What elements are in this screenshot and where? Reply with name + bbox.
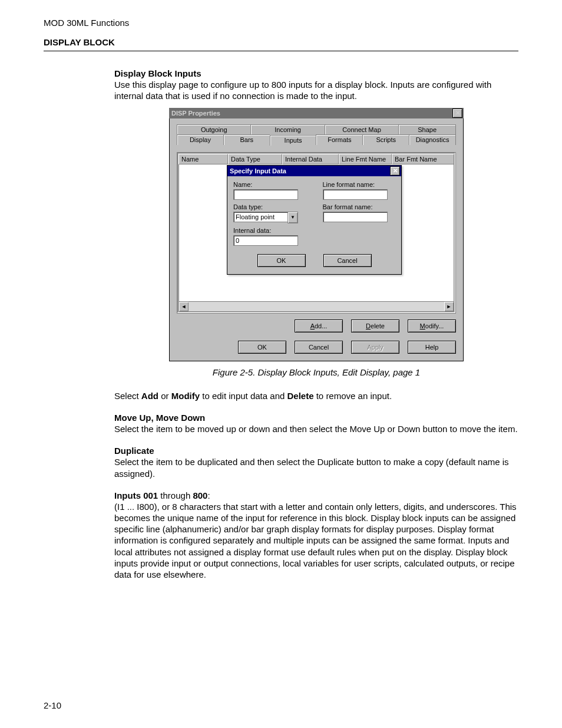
- after-fig-b3: Delete: [287, 391, 314, 401]
- apply-button[interactable]: Apply: [351, 341, 399, 354]
- modal-ok-button[interactable]: OK: [257, 254, 306, 267]
- close-icon[interactable]: ✕: [452, 108, 462, 118]
- label-bar-fmt: Bar format name:: [323, 203, 396, 210]
- after-fig-mid2: to edit input data and: [200, 391, 287, 401]
- intro-text: Use this display page to configure up to…: [114, 80, 491, 101]
- modify-button[interactable]: Modify...: [408, 319, 456, 332]
- horizontal-scrollbar[interactable]: ◄ ►: [178, 302, 454, 312]
- dup-text: Select the item to be duplicated and the…: [114, 457, 509, 478]
- after-fig-mid1: or: [158, 391, 171, 401]
- divider: [44, 51, 518, 51]
- modal-close-icon[interactable]: ✕: [390, 166, 400, 176]
- inputs-note-mid: through: [158, 490, 193, 500]
- moveud-text: Select the item to be moved up or down a…: [114, 424, 518, 434]
- bar-fmt-input[interactable]: [323, 212, 388, 222]
- col-internal-data[interactable]: Internal Data: [282, 154, 339, 164]
- inputs-note-text: (I1 ... I800), or 8 characters that star…: [114, 502, 517, 579]
- section-title: DISPLAY BLOCK: [44, 37, 518, 47]
- tab-bars[interactable]: Bars: [223, 134, 270, 145]
- moveud-heading: Move Up, Move Down: [114, 413, 205, 423]
- modal-cancel-button[interactable]: Cancel: [323, 254, 372, 267]
- label-internal: Internal data:: [233, 227, 306, 234]
- scroll-right-icon[interactable]: ►: [444, 302, 454, 311]
- inputs-note-b2: 800: [193, 490, 207, 500]
- modal-title: Specify Input Data: [230, 167, 286, 174]
- tab-scripts[interactable]: Scripts: [362, 134, 409, 145]
- after-fig-post: to remove an input.: [314, 391, 392, 401]
- tab-formats[interactable]: Formats: [316, 134, 362, 145]
- figure-caption: Figure 2-5. Display Block Inputs, Edit D…: [114, 367, 518, 377]
- inputs-table: Name Data Type Internal Data Line Fmt Na…: [177, 152, 456, 314]
- inputs-note-colon: :: [207, 490, 210, 500]
- dialog-titlebar[interactable]: DISP Properties ✕: [169, 108, 464, 118]
- specify-input-data-dialog: Specify Input Data ✕ Name:: [227, 165, 402, 275]
- tabs-front-row: Display Bars Inputs Formats Scripts Diag…: [177, 134, 456, 145]
- intro-heading: Display Block Inputs: [114, 68, 201, 78]
- tab-display[interactable]: Display: [177, 134, 223, 145]
- label-data-type: Data type:: [233, 203, 306, 210]
- scroll-left-icon[interactable]: ◄: [179, 302, 189, 311]
- ok-button[interactable]: OK: [238, 341, 286, 354]
- disp-properties-dialog: DISP Properties ✕ Outgoing Incoming Conn…: [169, 108, 464, 361]
- inputs-list[interactable]: Specify Input Data ✕ Name:: [178, 164, 454, 302]
- tab-diagnostics[interactable]: Diagnostics: [409, 134, 456, 145]
- delete-button[interactable]: Delete: [351, 319, 399, 332]
- col-line-fmt[interactable]: Line Fmt Name: [339, 154, 392, 164]
- line-fmt-input[interactable]: [323, 189, 388, 200]
- cancel-button[interactable]: Cancel: [295, 341, 343, 354]
- col-name[interactable]: Name: [178, 154, 228, 164]
- chevron-down-icon[interactable]: ▼: [287, 212, 298, 223]
- modal-titlebar[interactable]: Specify Input Data ✕: [227, 166, 401, 176]
- add-button[interactable]: Add...: [295, 319, 343, 332]
- data-type-value[interactable]: [233, 212, 287, 222]
- dup-heading: Duplicate: [114, 446, 154, 456]
- tabs-back-row: Outgoing Incoming Connect Map Shape: [177, 124, 456, 134]
- label-name: Name:: [233, 181, 306, 188]
- tab-incoming[interactable]: Incoming: [250, 124, 324, 134]
- data-type-select[interactable]: ▼: [233, 212, 298, 223]
- inputs-note-b1: Inputs 001: [114, 490, 158, 500]
- tab-inputs[interactable]: Inputs: [270, 135, 316, 146]
- col-data-type[interactable]: Data Type: [228, 154, 282, 164]
- tab-outgoing[interactable]: Outgoing: [177, 124, 250, 134]
- tab-shape[interactable]: Shape: [398, 124, 456, 134]
- internal-data-input[interactable]: [233, 235, 298, 246]
- running-head: MOD 30ML Functions: [44, 18, 518, 28]
- after-fig-b2: Modify: [171, 391, 200, 401]
- col-bar-fmt[interactable]: Bar Fmt Name: [392, 154, 454, 164]
- after-fig-pre: Select: [114, 391, 141, 401]
- after-fig-b1: Add: [141, 391, 158, 401]
- name-input[interactable]: [233, 189, 298, 200]
- label-line-fmt: Line format name:: [323, 181, 396, 188]
- page-number: 2-10: [44, 700, 61, 710]
- help-button[interactable]: Help: [408, 341, 456, 354]
- dialog-title: DISP Properties: [171, 110, 220, 117]
- tab-connect-map[interactable]: Connect Map: [325, 124, 398, 134]
